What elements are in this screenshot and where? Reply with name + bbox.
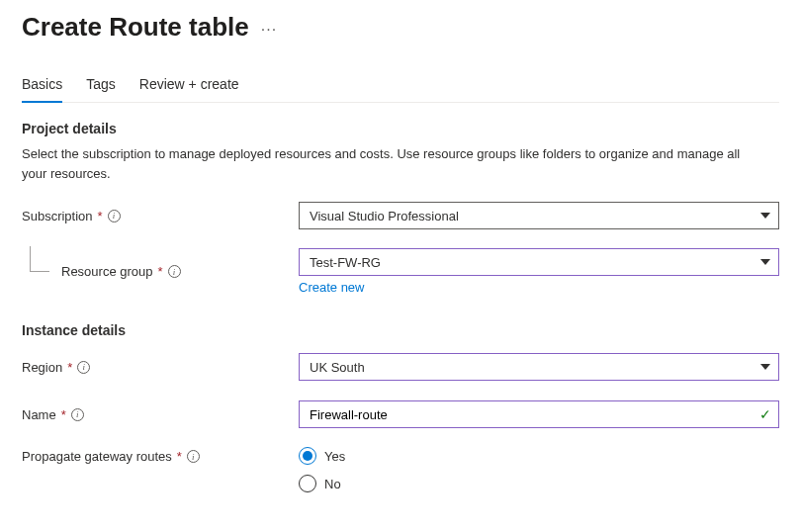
resource-group-label: Resource group (61, 264, 153, 279)
propagate-yes-option[interactable]: Yes (299, 447, 779, 465)
info-icon[interactable]: i (168, 265, 181, 278)
tab-review-create[interactable]: Review + create (139, 70, 239, 102)
resource-group-value: Test-FW-RG (310, 255, 381, 270)
region-value: UK South (310, 360, 365, 375)
tab-bar: Basics Tags Review + create (22, 70, 779, 103)
radio-unselected-icon (299, 475, 316, 492)
region-select[interactable]: UK South (299, 353, 779, 381)
required-indicator: * (67, 360, 72, 375)
info-icon[interactable]: i (108, 210, 121, 222)
chevron-down-icon (760, 213, 770, 219)
subscription-select[interactable]: Visual Studio Professional (299, 202, 779, 229)
propagate-label: Propagate gateway routes (22, 449, 172, 464)
info-icon[interactable]: i (77, 361, 90, 374)
propagate-yes-label: Yes (324, 449, 345, 464)
propagate-no-label: No (324, 477, 341, 491)
region-label: Region (22, 360, 62, 375)
instance-details-heading: Instance details (22, 322, 779, 338)
name-label: Name (22, 407, 56, 422)
radio-selected-icon (299, 447, 316, 465)
propagate-no-option[interactable]: No (299, 475, 779, 492)
required-indicator: * (98, 209, 103, 223)
subscription-label: Subscription (22, 209, 93, 223)
tab-tags[interactable]: Tags (86, 70, 116, 102)
create-new-link[interactable]: Create new (299, 280, 364, 295)
chevron-down-icon (760, 259, 770, 265)
propagate-radio-group: Yes No (299, 447, 779, 492)
required-indicator: * (177, 449, 182, 464)
info-icon[interactable]: i (187, 450, 200, 463)
page-title: Create Route table (22, 12, 249, 43)
tab-basics[interactable]: Basics (22, 70, 62, 102)
required-indicator: * (61, 407, 66, 422)
chevron-down-icon (760, 364, 770, 370)
indent-bracket (30, 246, 49, 272)
resource-group-select[interactable]: Test-FW-RG (299, 248, 779, 276)
info-icon[interactable]: i (71, 408, 84, 421)
subscription-value: Visual Studio Professional (310, 209, 459, 223)
more-actions-button[interactable]: ··· (261, 17, 277, 39)
name-input[interactable] (299, 400, 779, 428)
project-details-description: Select the subscription to manage deploy… (22, 144, 744, 183)
required-indicator: * (158, 264, 163, 279)
project-details-heading: Project details (22, 121, 779, 136)
